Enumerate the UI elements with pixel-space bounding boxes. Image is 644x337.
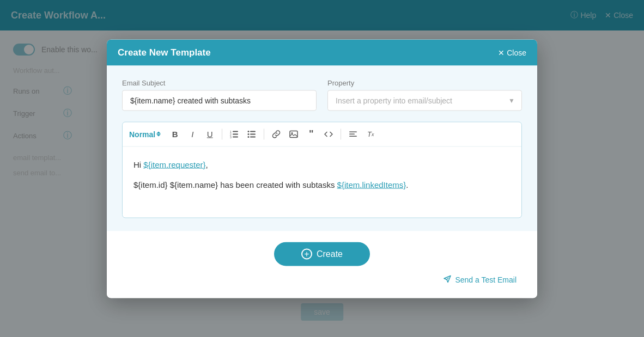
property-select-wrapper: Insert a property into email/subject ▼ bbox=[327, 90, 522, 111]
svg-rect-12 bbox=[290, 131, 297, 137]
svg-rect-11 bbox=[250, 136, 256, 137]
paper-plane-icon bbox=[443, 274, 452, 283]
editor-content-area[interactable]: Hi ${item.requester}, ${item.id} ${item.… bbox=[123, 146, 521, 217]
svg-text:3: 3 bbox=[230, 135, 232, 138]
svg-point-6 bbox=[248, 131, 250, 132]
toolbar-divider-1 bbox=[222, 128, 222, 139]
image-icon bbox=[289, 130, 298, 138]
editor-line-1: Hi ${item.requester}, bbox=[133, 157, 511, 171]
image-button[interactable] bbox=[286, 126, 301, 142]
code-button[interactable] bbox=[321, 126, 336, 142]
svg-point-8 bbox=[248, 136, 250, 138]
send-icon bbox=[443, 274, 452, 285]
property-group: Property Insert a property into email/su… bbox=[327, 78, 522, 111]
toolbar-divider-3 bbox=[341, 128, 341, 139]
email-editor: Normal B I U 1 2 bbox=[122, 121, 522, 218]
svg-rect-16 bbox=[349, 136, 357, 137]
align-icon bbox=[349, 130, 357, 138]
editor-toolbar: Normal B I U 1 2 bbox=[123, 122, 521, 146]
unordered-list-button[interactable] bbox=[244, 126, 259, 142]
property-label: Property bbox=[327, 78, 522, 87]
format-arrows bbox=[156, 132, 161, 137]
email-subject-input[interactable] bbox=[122, 90, 317, 111]
create-label: Create bbox=[317, 249, 343, 259]
modal-close-label: Close bbox=[507, 48, 526, 57]
down-arrow-icon bbox=[156, 134, 161, 137]
svg-point-7 bbox=[248, 133, 250, 135]
italic-button[interactable]: I bbox=[185, 126, 200, 142]
svg-rect-0 bbox=[233, 131, 238, 132]
format-select-wrapper[interactable]: Normal bbox=[129, 130, 161, 138]
form-row: Email Subject Property Insert a property… bbox=[122, 78, 522, 111]
format-label: Normal bbox=[129, 130, 155, 138]
property-select[interactable]: Insert a property into email/subject bbox=[328, 90, 521, 110]
clear-format-button[interactable]: Tx bbox=[363, 126, 378, 142]
send-test-email-button[interactable]: Send a Test Email bbox=[443, 274, 517, 285]
svg-rect-9 bbox=[250, 131, 256, 132]
svg-point-13 bbox=[291, 132, 293, 134]
bold-button[interactable]: B bbox=[167, 126, 183, 142]
modal-title: Create New Template bbox=[118, 47, 211, 58]
link-button[interactable] bbox=[269, 126, 284, 142]
modal-close-button[interactable]: ✕ Close bbox=[498, 48, 526, 57]
underline-button[interactable]: U bbox=[202, 126, 217, 142]
svg-rect-14 bbox=[349, 131, 357, 132]
linked-items-link: ${item.linkedItems} bbox=[337, 180, 406, 189]
code-icon bbox=[324, 130, 333, 138]
create-template-modal: Create New Template ✕ Close Email Subjec… bbox=[107, 39, 537, 298]
modal-header: Create New Template ✕ Close bbox=[107, 39, 537, 65]
send-test-label: Send a Test Email bbox=[455, 275, 517, 284]
ordered-list-button[interactable]: 1 2 3 bbox=[227, 126, 242, 142]
create-plus-icon: + bbox=[301, 248, 312, 259]
requester-link: ${item.requester} bbox=[143, 160, 205, 169]
up-arrow-icon bbox=[156, 132, 161, 134]
email-subject-group: Email Subject bbox=[122, 78, 317, 111]
create-button[interactable]: + Create bbox=[274, 242, 370, 266]
ordered-list-icon: 1 2 3 bbox=[230, 130, 239, 138]
editor-line-2: ${item.id} ${item.name} has been created… bbox=[133, 178, 511, 192]
link-icon bbox=[272, 130, 281, 138]
email-subject-label: Email Subject bbox=[122, 78, 317, 87]
toolbar-divider-2 bbox=[264, 128, 264, 139]
align-button[interactable] bbox=[345, 126, 361, 142]
modal-body: Email Subject Property Insert a property… bbox=[107, 65, 537, 231]
quote-button[interactable]: " bbox=[303, 126, 319, 142]
svg-rect-15 bbox=[349, 133, 355, 134]
svg-rect-10 bbox=[250, 133, 256, 134]
unordered-list-icon bbox=[247, 130, 256, 138]
svg-rect-2 bbox=[233, 136, 238, 137]
modal-footer: + Create Send a Test Email bbox=[107, 231, 537, 298]
modal-close-x-icon: ✕ bbox=[498, 48, 505, 57]
svg-rect-1 bbox=[233, 133, 238, 134]
